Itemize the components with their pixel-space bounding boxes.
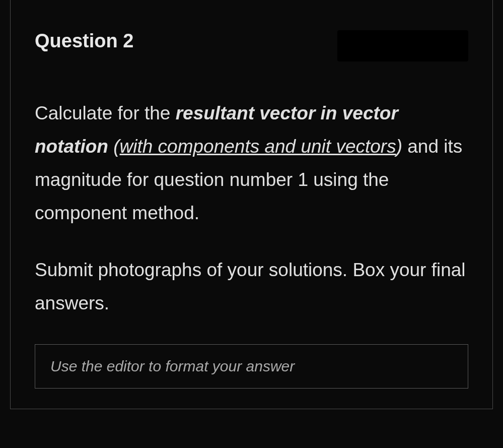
- editor-placeholder: Use the editor to format your answer: [50, 358, 295, 374]
- text-underline-components: with components and unit vectors: [120, 136, 396, 157]
- text-space: [108, 136, 113, 157]
- text-intro: Calculate for the: [35, 103, 176, 123]
- question-title: Question 2: [35, 30, 133, 52]
- question-body: Calculate for the resultant vector in ve…: [35, 97, 468, 320]
- question-paragraph-2: Submit photographs of your solutions. Bo…: [35, 253, 468, 320]
- answer-editor[interactable]: Use the editor to format your answer: [35, 344, 468, 389]
- question-header: Question 2: [35, 30, 468, 61]
- question-paragraph-1: Calculate for the resultant vector in ve…: [35, 97, 468, 229]
- points-badge: [337, 30, 468, 61]
- text-paren-open: (: [113, 136, 119, 157]
- question-container: Question 2 Calculate for the resultant v…: [10, 0, 493, 409]
- text-paren-close: ): [396, 136, 402, 157]
